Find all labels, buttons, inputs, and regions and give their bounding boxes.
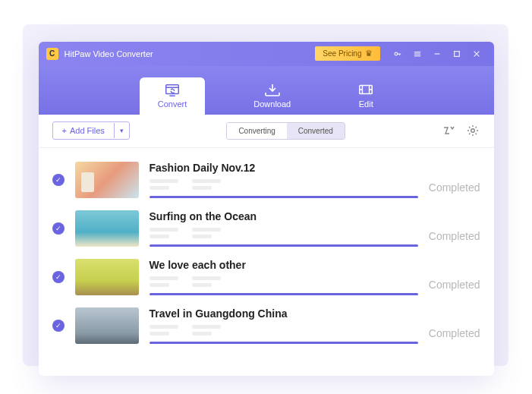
- file-title: Fashion Daily Nov.12: [150, 162, 418, 174]
- list-item: ✓ Surfing on the Ocean Completed: [52, 203, 480, 251]
- status-label: Completed: [429, 230, 480, 247]
- see-pricing-button[interactable]: See Pricing ♛: [315, 46, 379, 61]
- thumbnail[interactable]: [75, 307, 139, 344]
- progress-bar: [150, 293, 418, 295]
- plus-icon: +: [62, 126, 67, 135]
- file-meta: [150, 276, 418, 287]
- tab-convert-label: Convert: [158, 99, 187, 109]
- status-label: Completed: [429, 279, 480, 295]
- file-title: Travel in Guangdong China: [150, 307, 418, 320]
- thumbnail[interactable]: [75, 210, 139, 247]
- tab-download-label: Download: [253, 99, 291, 109]
- progress-bar: [150, 342, 418, 344]
- tab-edit-label: Edit: [359, 99, 373, 109]
- progress-bar: [150, 244, 418, 247]
- crown-icon: ♛: [365, 49, 373, 58]
- app-window: C HitPaw Video Converter See Pricing ♛ C…: [39, 42, 494, 376]
- download-icon: [264, 84, 281, 97]
- see-pricing-label: See Pricing: [323, 49, 361, 58]
- main-tabbar: Convert Download Edit: [39, 66, 494, 115]
- thumbnail[interactable]: [75, 259, 139, 295]
- settings-gear-icon[interactable]: [466, 124, 480, 137]
- add-files-button[interactable]: + Add Files ▾: [52, 121, 130, 140]
- close-button[interactable]: [467, 46, 486, 61]
- add-files-dropdown[interactable]: ▾: [114, 123, 129, 138]
- file-title: We love each other: [150, 259, 418, 271]
- list-item: ✓ Fashion Daily Nov.12 Completed: [52, 154, 480, 203]
- app-logo-icon: C: [46, 48, 58, 60]
- file-meta: [150, 325, 418, 336]
- menu-icon[interactable]: [408, 46, 427, 61]
- file-meta: [150, 228, 418, 238]
- check-icon[interactable]: ✓: [52, 222, 65, 235]
- minimize-button[interactable]: [427, 46, 447, 61]
- progress-bar: [150, 196, 418, 198]
- file-title: Surfing on the Ocean: [150, 210, 418, 222]
- app-title: HitPaw Video Converter: [65, 49, 153, 58]
- status-label: Completed: [429, 327, 480, 344]
- file-meta: [150, 179, 418, 190]
- status-filter: Converting Converted: [226, 122, 345, 140]
- file-list: ✓ Fashion Daily Nov.12 Completed ✓ Surfi…: [39, 148, 494, 376]
- svg-rect-1: [454, 51, 459, 56]
- segment-converted[interactable]: Converted: [287, 123, 345, 139]
- status-label: Completed: [429, 181, 480, 198]
- list-item: ✓ We love each other Completed: [52, 251, 480, 300]
- convert-icon: [164, 84, 181, 97]
- svg-point-4: [471, 129, 475, 133]
- segment-converting[interactable]: Converting: [227, 123, 286, 139]
- thumbnail[interactable]: [75, 162, 139, 198]
- tab-convert[interactable]: Convert: [140, 77, 206, 115]
- list-item: ✓ Travel in Guangdong China Completed: [52, 300, 480, 348]
- edit-icon: [357, 84, 374, 97]
- titlebar: C HitPaw Video Converter See Pricing ♛: [39, 42, 494, 66]
- check-icon[interactable]: ✓: [52, 174, 65, 186]
- toolbar-right-icons: [442, 124, 480, 137]
- check-icon[interactable]: ✓: [52, 320, 65, 332]
- maximize-button[interactable]: [447, 46, 467, 61]
- check-icon[interactable]: ✓: [52, 271, 65, 283]
- key-icon[interactable]: [388, 46, 408, 61]
- tab-download[interactable]: Download: [235, 77, 309, 115]
- tab-edit[interactable]: Edit: [339, 77, 392, 115]
- toolbar: + Add Files ▾ Converting Converted: [39, 115, 494, 148]
- svg-point-0: [395, 52, 398, 55]
- add-files-label: Add Files: [70, 126, 105, 135]
- speed-icon[interactable]: [442, 124, 455, 137]
